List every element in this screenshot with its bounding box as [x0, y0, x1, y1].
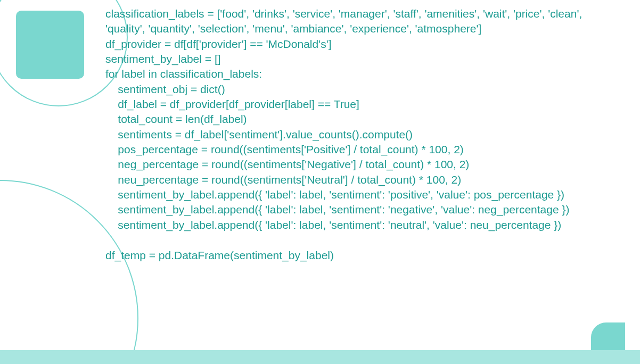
code-line-5: sentiment_obj = dict()	[105, 83, 225, 95]
code-line-7: total_count = len(df_label)	[105, 113, 247, 125]
bottom-bar	[0, 350, 640, 364]
code-line-3: sentiment_by_label = []	[105, 53, 221, 65]
code-line-6: df_label = df_provider[df_provider[label…	[105, 98, 359, 110]
code-line-11: neu_percentage = round((sentiments['Neut…	[105, 173, 461, 186]
code-line-8: sentiments = df_label['sentiment'].value…	[105, 128, 413, 140]
decor-corner-bottom-right	[591, 322, 625, 350]
code-line-2: df_provider = df[df['provider'] == 'McDo…	[105, 38, 332, 50]
code-line-1: classification_labels = ['food', 'drinks…	[105, 7, 585, 35]
slide-content: classification_labels = ['food', 'drinks…	[0, 0, 640, 350]
code-line-16: df_temp = pd.DataFrame(sentiment_by_labe…	[105, 249, 334, 261]
code-line-9: pos_percentage = round((sentiments['Posi…	[105, 143, 464, 155]
code-line-12: sentiment_by_label.append({ 'label': lab…	[105, 188, 564, 201]
code-block: classification_labels = ['food', 'drinks…	[105, 6, 619, 263]
code-line-13: sentiment_by_label.append({ 'label': lab…	[105, 203, 570, 216]
code-line-10: neg_percentage = round((sentiments['Nega…	[105, 158, 469, 170]
code-line-4: for label in classification_labels:	[105, 68, 262, 80]
code-line-14: sentiment_by_label.append({ 'label': lab…	[105, 219, 561, 231]
decor-square	[16, 11, 84, 79]
